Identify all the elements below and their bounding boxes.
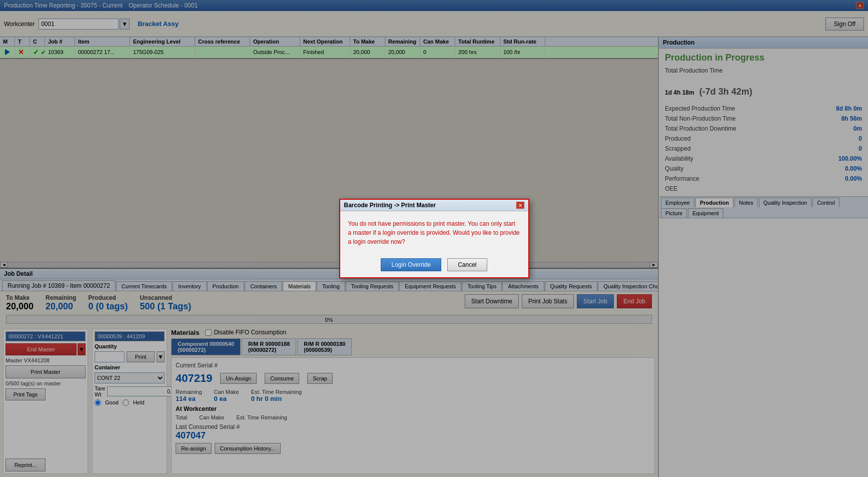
modal-dialog: Barcode Printing -> Print Master ✕ You d… bbox=[339, 199, 529, 278]
modal-message: You do not have permissions to print mas… bbox=[348, 220, 520, 245]
modal-title-bar: Barcode Printing -> Print Master ✕ bbox=[340, 200, 528, 211]
cancel-button[interactable]: Cancel bbox=[447, 258, 487, 271]
modal-title: Barcode Printing -> Print Master bbox=[344, 202, 436, 209]
modal-body: You do not have permissions to print mas… bbox=[340, 211, 528, 254]
modal-overlay: Barcode Printing -> Print Master ✕ You d… bbox=[0, 0, 868, 477]
modal-close-button[interactable]: ✕ bbox=[516, 202, 524, 209]
login-override-button[interactable]: Login Override bbox=[381, 258, 441, 271]
modal-footer: Login Override Cancel bbox=[340, 254, 528, 277]
